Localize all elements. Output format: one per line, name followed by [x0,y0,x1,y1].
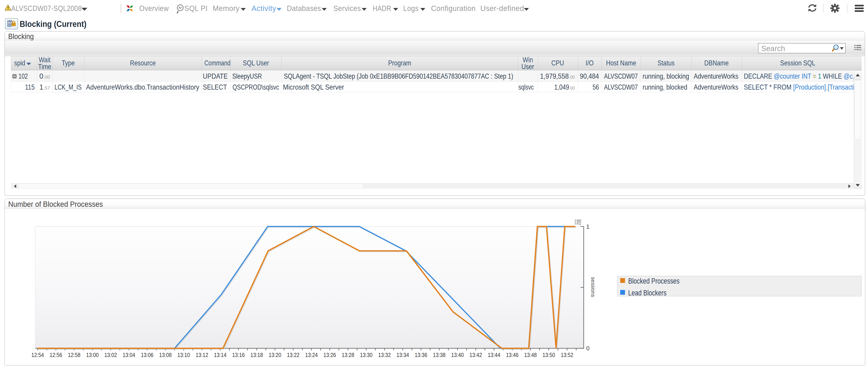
svg-text:13:14: 13:14 [214,352,226,358]
svg-text:13:32: 13:32 [378,352,391,358]
svg-text:13:18: 13:18 [251,352,263,358]
svg-text:13:28: 13:28 [342,352,354,358]
svg-text:13:46: 13:46 [506,352,519,358]
svg-text:12:58: 12:58 [68,352,81,358]
svg-text:13:38: 13:38 [433,352,446,358]
svg-text:13:16: 13:16 [232,352,245,358]
svg-text:13:36: 13:36 [415,352,427,358]
svg-text:12:54: 12:54 [31,352,44,358]
svg-text:13:08: 13:08 [159,352,172,358]
svg-text:13:04: 13:04 [123,352,135,358]
svg-text:13:48: 13:48 [524,352,537,358]
svg-text:13:52: 13:52 [561,352,574,358]
svg-text:13:40: 13:40 [451,352,464,358]
svg-text:sessions: sessions [590,277,596,297]
svg-text:13:34: 13:34 [397,352,409,358]
svg-text:13:22: 13:22 [287,352,300,358]
svg-text:13:26: 13:26 [323,352,336,358]
svg-text:13:12: 13:12 [196,352,208,358]
svg-text:0: 0 [586,345,589,352]
svg-text:13:24: 13:24 [305,352,318,358]
svg-text:13:30: 13:30 [360,352,373,358]
svg-text:13:42: 13:42 [470,352,482,358]
svg-text:13:50: 13:50 [542,352,555,358]
svg-text:13:02: 13:02 [104,352,117,358]
svg-text:13:00: 13:00 [86,352,99,358]
svg-text:1: 1 [586,223,589,230]
svg-text:12:56: 12:56 [50,352,62,358]
svg-text:13:10: 13:10 [178,352,190,358]
svg-text:13:44: 13:44 [488,352,500,358]
svg-text:13:06: 13:06 [141,352,154,358]
svg-text:13:20: 13:20 [269,352,281,358]
